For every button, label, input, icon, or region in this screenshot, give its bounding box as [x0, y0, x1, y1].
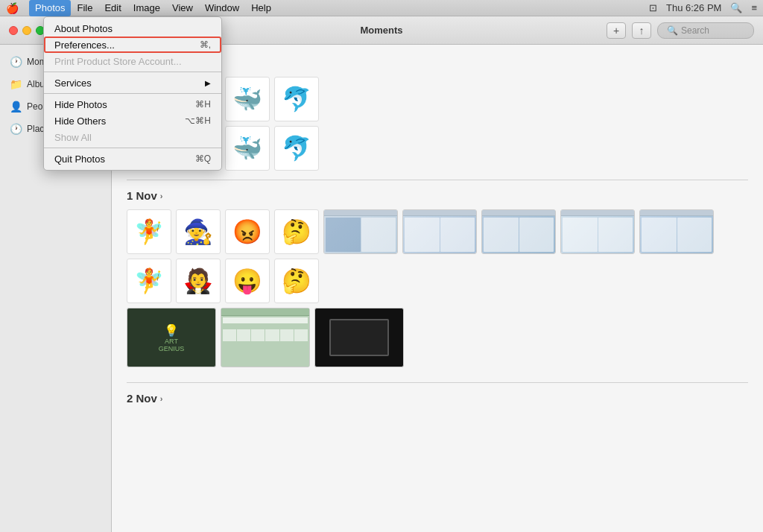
share-button[interactable]: ↑	[632, 22, 651, 39]
display-icon[interactable]: ⊡	[649, 2, 657, 13]
minimize-button[interactable]	[22, 26, 31, 35]
menu-separator-3	[44, 148, 221, 148]
section-date-nov2: 2 Nov	[127, 392, 157, 405]
menu-item-print-label: Print Product Store Account...	[54, 56, 182, 67]
menu-item-preferences[interactable]: Preferences... ⌘,	[44, 37, 221, 53]
section-chevron-nov1: ›	[160, 191, 163, 200]
apple-menu-icon[interactable]: 🍎	[6, 2, 19, 14]
section-date-nov1: 1 Nov	[127, 189, 157, 202]
photo-dolphin-1[interactable]: 🐬	[274, 77, 319, 121]
add-button[interactable]: +	[607, 22, 626, 39]
menu-separator-1	[44, 72, 221, 72]
menubar-window[interactable]: Window	[199, 0, 245, 16]
albums-icon: 📁	[9, 77, 22, 91]
screenshot-5[interactable]	[639, 209, 714, 254]
menu-item-print: Print Product Store Account...	[44, 53, 221, 69]
photos-dropdown-menu: About Photos Preferences... ⌘, Print Pro…	[43, 16, 222, 171]
menubar-edit[interactable]: Edit	[98, 0, 127, 16]
large-thumb-dark[interactable]: 💡 ARTGENIUS	[127, 308, 216, 367]
places-icon: 🕐	[9, 122, 22, 136]
quit-shortcut: ⌘Q	[195, 153, 211, 164]
photo-whale-1[interactable]: 🐳	[225, 77, 270, 121]
screenshot-3[interactable]	[481, 209, 556, 254]
menu-icon[interactable]: ≡	[751, 2, 757, 13]
search-icon[interactable]: 🔍	[730, 2, 742, 13]
hide-photos-shortcut: ⌘H	[195, 99, 211, 110]
photo-fairy-1[interactable]: 🧚	[127, 209, 171, 254]
moments-icon: 🕐	[9, 55, 22, 69]
menu-item-show-all: Show All	[44, 129, 221, 145]
divider-2	[127, 382, 748, 383]
nov1-emoji-row1: 🧚 🧙 😡 🤔	[127, 209, 748, 254]
menubar-image[interactable]: Image	[127, 0, 166, 16]
menubar-help[interactable]: Help	[245, 0, 277, 16]
people-icon: 👤	[9, 100, 22, 113]
screenshot-2[interactable]	[402, 209, 477, 254]
photo-wizard[interactable]: 🧙	[176, 209, 221, 254]
menu-item-hide-photos[interactable]: Hide Photos ⌘H	[44, 96, 221, 113]
large-thumb-spreadsheet[interactable]	[221, 308, 310, 367]
divider-1	[127, 180, 748, 180]
menubar-view[interactable]: View	[166, 0, 199, 16]
menu-item-hide-others[interactable]: Hide Others ⌥⌘H	[44, 113, 221, 129]
menubar-file[interactable]: File	[71, 0, 98, 16]
menu-item-quit[interactable]: Quit Photos ⌘Q	[44, 151, 221, 167]
menu-item-services-label: Services	[54, 77, 92, 89]
photo-fairy-2[interactable]: 🧚	[127, 259, 171, 303]
menu-item-hide-others-label: Hide Others	[54, 115, 106, 127]
close-button[interactable]	[9, 26, 18, 35]
photo-thinking-2[interactable]: 🤔	[274, 259, 319, 303]
menu-item-about[interactable]: About Photos	[44, 20, 221, 37]
photo-dolphin-3[interactable]: 🐬	[274, 126, 319, 171]
menubar-photos[interactable]: Photos	[29, 0, 71, 16]
photo-tongue[interactable]: 😛	[225, 259, 270, 303]
menu-item-about-label: About Photos	[54, 23, 113, 34]
screenshot-4[interactable]	[560, 209, 635, 254]
search-magnify-icon: 🔍	[667, 25, 678, 36]
title-controls: + ↑ 🔍 Search	[607, 22, 754, 39]
menu-item-hide-photos-label: Hide Photos	[54, 99, 107, 110]
menubar-right: ⊡ Thu 6:26 PM 🔍 ≡	[649, 2, 757, 13]
section-header-nov2[interactable]: 2 Nov ›	[127, 392, 748, 405]
menu-item-preferences-label: Preferences...	[54, 39, 115, 51]
photo-thinking-1[interactable]: 🤔	[274, 209, 319, 254]
menu-separator-2	[44, 93, 221, 94]
nov1-emoji-row2: 🧚 🧛 😛 🤔	[127, 259, 748, 303]
window-title: Moments	[360, 25, 402, 36]
section-header-nov1[interactable]: 1 Nov ›	[127, 189, 748, 202]
search-bar[interactable]: 🔍 Search	[657, 22, 754, 39]
screenshot-1[interactable]	[323, 209, 398, 254]
photo-dolphin-2[interactable]: 🐳	[225, 126, 270, 171]
nov1-large-thumbs: 💡 ARTGENIUS	[127, 308, 748, 367]
search-placeholder: Search	[681, 25, 709, 36]
photo-angry[interactable]: 😡	[225, 209, 270, 254]
traffic-lights	[9, 26, 45, 35]
large-thumb-black[interactable]	[314, 308, 404, 367]
menubar: 🍎 Photos File Edit Image View Window Hel…	[0, 0, 763, 16]
section-chevron-nov2: ›	[160, 394, 163, 403]
hide-others-shortcut: ⌥⌘H	[185, 115, 211, 126]
preferences-shortcut: ⌘,	[200, 39, 211, 50]
clock: Thu 6:26 PM	[666, 2, 721, 13]
photo-vampire[interactable]: 🧛	[176, 259, 221, 303]
menu-item-quit-label: Quit Photos	[54, 153, 105, 165]
menu-item-show-all-label: Show All	[54, 132, 92, 143]
services-arrow-icon: ▶	[205, 79, 211, 87]
menu-item-services[interactable]: Services ▶	[44, 75, 221, 91]
